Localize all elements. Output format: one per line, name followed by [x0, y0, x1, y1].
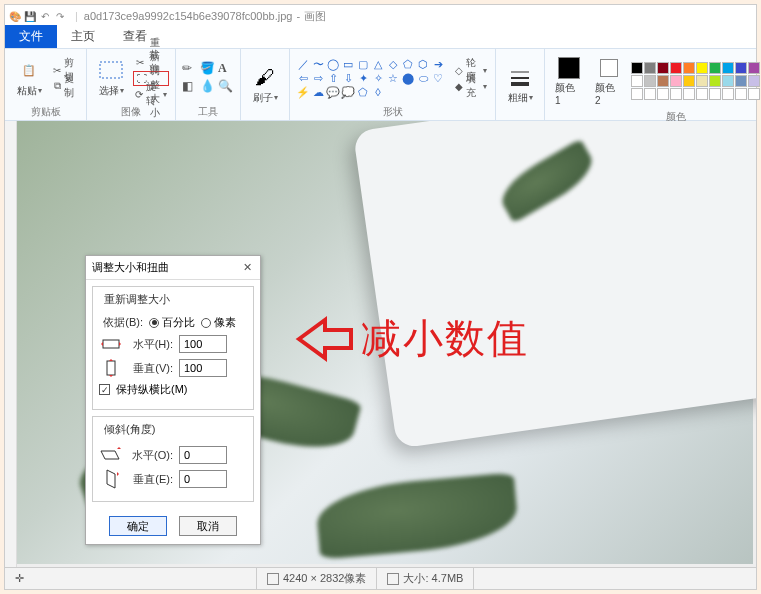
color-swatch[interactable] — [709, 62, 721, 74]
scissors-icon: ✂ — [53, 64, 61, 76]
dialog-close-button[interactable]: ✕ — [240, 261, 254, 275]
shape-fill[interactable]: ◆填充▾ — [453, 79, 489, 94]
ok-button[interactable]: 确定 — [109, 516, 167, 536]
group-brush: 🖌 刷子▾ — [241, 49, 290, 120]
group-clipboard: 📋 粘贴▾ ✂剪切 ⧉复制 剪贴板 — [5, 49, 87, 120]
color-swatch[interactable] — [722, 88, 734, 100]
size-button[interactable]: 粗细▾ — [502, 64, 538, 107]
color-swatch[interactable] — [644, 62, 656, 74]
cancel-button[interactable]: 取消 — [179, 516, 237, 536]
magnifier-icon[interactable]: 🔍 — [218, 79, 234, 95]
canvas-area[interactable]: 调整大小和扭曲 ✕ 重新调整大小 依据(B): 百分比 像素 水平(H): 垂直… — [5, 121, 756, 567]
outline-icon: ◇ — [455, 64, 463, 76]
copy-button[interactable]: ⧉复制 — [51, 79, 80, 94]
radio-percent[interactable]: 百分比 — [149, 315, 195, 330]
resize-dialog: 调整大小和扭曲 ✕ 重新调整大小 依据(B): 百分比 像素 水平(H): 垂直… — [85, 255, 261, 545]
redo-icon[interactable]: ↷ — [54, 10, 66, 22]
color-swatch[interactable] — [657, 62, 669, 74]
color-palette[interactable] — [631, 62, 760, 100]
color2-swatch — [600, 59, 618, 77]
color-swatch[interactable] — [722, 62, 734, 74]
annotation: 减小数值 — [295, 311, 529, 366]
ribbon: 📋 粘贴▾ ✂剪切 ⧉复制 剪贴板 选择▾ ✂裁剪 ⛶重新调整大小 — [5, 49, 756, 121]
color-swatch[interactable] — [748, 75, 760, 87]
copy-icon: ⧉ — [53, 80, 61, 92]
color-swatch[interactable] — [735, 88, 747, 100]
text-icon[interactable]: A — [218, 61, 234, 77]
color-swatch[interactable] — [631, 75, 643, 87]
status-filesize: 大小: 4.7MB — [377, 568, 474, 589]
paste-button[interactable]: 📋 粘贴▾ — [11, 57, 47, 100]
color-swatch[interactable] — [670, 62, 682, 74]
group-shapes: ／〜◯▭▢△◇⬠⬡➔ ⇦⇨⇧⇩✦✧☆⬤⬭♡ ⚡☁💬💭⬠◊ ◇轮廓▾ ◆填充▾ 形… — [290, 49, 496, 120]
color-swatch[interactable] — [696, 75, 708, 87]
color-swatch[interactable] — [644, 75, 656, 87]
app-icon: 🎨 — [9, 10, 21, 22]
eraser-icon[interactable]: ◧ — [182, 79, 198, 95]
resize-v-icon — [99, 358, 123, 378]
tab-file[interactable]: 文件 — [5, 25, 57, 48]
shapes-gallery[interactable]: ／〜◯▭▢△◇⬠⬡➔ ⇦⇨⇧⇩✦✧☆⬤⬭♡ ⚡☁💬💭⬠◊ — [296, 58, 445, 99]
color-swatch[interactable] — [735, 62, 747, 74]
undo-icon[interactable]: ↶ — [39, 10, 51, 22]
radio-pixels[interactable]: 像素 — [201, 315, 236, 330]
titlebar: 🎨 💾 ↶ ↷ | a0d173ce9a9992c154b6e39078fc00… — [5, 5, 756, 27]
color-swatch[interactable] — [696, 62, 708, 74]
vertical-ruler — [5, 121, 17, 567]
color2-button[interactable]: 颜色 2 — [591, 54, 627, 108]
color-swatch[interactable] — [722, 75, 734, 87]
color-swatch[interactable] — [683, 88, 695, 100]
color-swatch[interactable] — [709, 88, 721, 100]
select-button[interactable]: 选择▾ — [93, 57, 129, 100]
status-dimensions: 4240 × 2832像素 — [257, 568, 377, 589]
group-image: 选择▾ ✂裁剪 ⛶重新调整大小 ⟳旋转▾ 图像 — [87, 49, 176, 120]
color-swatch[interactable] — [683, 75, 695, 87]
svg-rect-0 — [100, 62, 122, 78]
color-swatch[interactable] — [670, 88, 682, 100]
tab-home[interactable]: 主页 — [57, 25, 109, 48]
arrow-left-icon — [295, 312, 355, 366]
color-swatch[interactable] — [670, 75, 682, 87]
file-name: a0d173ce9a9992c154b6e39078fc00bb.jpg — [84, 10, 293, 22]
select-icon — [97, 59, 125, 83]
app-name: 画图 — [304, 9, 326, 24]
keep-ratio-checkbox[interactable]: ✓ — [99, 384, 110, 395]
crop-icon: ✂ — [135, 56, 146, 68]
brush-button[interactable]: 🖌 刷子▾ — [247, 64, 283, 107]
color-swatch[interactable] — [748, 88, 760, 100]
group-size: 粗细▾ — [496, 49, 545, 120]
dimensions-icon — [267, 573, 279, 585]
resize-legend: 重新调整大小 — [101, 292, 173, 307]
skew-horizontal-input[interactable] — [179, 446, 227, 464]
eyedropper-icon[interactable]: 💧 — [200, 79, 216, 95]
resize-horizontal-input[interactable] — [179, 335, 227, 353]
skew-h-icon — [99, 445, 123, 465]
color-swatch[interactable] — [709, 75, 721, 87]
color-swatch[interactable] — [735, 75, 747, 87]
color-swatch[interactable] — [657, 75, 669, 87]
pencil-icon[interactable]: ✏ — [182, 61, 198, 77]
color1-button[interactable]: 颜色 1 — [551, 54, 587, 108]
fillshape-icon: ◆ — [455, 80, 463, 92]
skew-vertical-input[interactable] — [179, 470, 227, 488]
size-icon — [506, 66, 534, 90]
color-swatch[interactable] — [683, 62, 695, 74]
svg-rect-5 — [107, 361, 115, 375]
fill-icon[interactable]: 🪣 — [200, 61, 216, 77]
color-swatch[interactable] — [657, 88, 669, 100]
resize-vertical-input[interactable] — [179, 359, 227, 377]
color-swatch[interactable] — [644, 88, 656, 100]
color-swatch[interactable] — [696, 88, 708, 100]
cursor-icon: ✛ — [15, 572, 24, 585]
paint-window: 🎨 💾 ↶ ↷ | a0d173ce9a9992c154b6e39078fc00… — [4, 4, 757, 590]
dialog-title: 调整大小和扭曲 — [92, 260, 169, 275]
color-swatch[interactable] — [631, 88, 643, 100]
save-icon[interactable]: 💾 — [24, 10, 36, 22]
status-cursor: ✛ — [5, 568, 257, 589]
rotate-button[interactable]: ⟳旋转▾ — [133, 87, 169, 102]
color-swatch[interactable] — [631, 62, 643, 74]
skew-legend: 倾斜(角度) — [101, 422, 158, 437]
svg-rect-4 — [103, 340, 119, 348]
color-swatch[interactable] — [748, 62, 760, 74]
color1-swatch — [558, 57, 580, 79]
